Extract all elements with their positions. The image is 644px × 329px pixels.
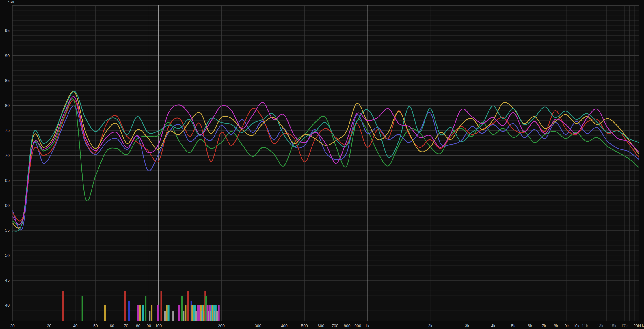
x-tick-label: 30 [47,324,52,328]
room-mode-bar-gray [172,311,174,321]
x-tick-label: 80 [136,324,141,328]
y-tick-label: 70 [5,153,10,158]
spl-graph-window: 9590858075706560555045402030405060708090… [0,0,644,329]
y-tick-label: 40 [5,303,10,308]
y-tick-label: 60 [5,203,10,208]
room-mode-bar-yellow [104,305,106,321]
room-mode-bar-green [82,296,83,321]
x-tick-label: 100 [155,324,162,328]
room-mode-bar-gray [149,311,150,321]
x-tick-label: 9k [565,324,569,328]
x-tick-label: 15k [610,324,617,328]
x-tick-label: 800 [344,324,351,328]
room-mode-bar-green [145,296,146,321]
x-tick-label: 90 [147,324,151,328]
room-mode-bar-cyan [168,305,170,321]
plot-area[interactable] [12,5,639,321]
x-tick-label: 2k [428,324,433,328]
y-tick-label: 85 [5,78,10,83]
room-mode-bar-gray [164,311,166,321]
room-mode-bar-magenta [178,305,180,321]
y-tick-label: 80 [5,103,10,108]
room-mode-bar-red [62,291,64,321]
x-tick-label: 4k [491,324,496,328]
x-tick-label: 11k [582,324,588,328]
x-tick-label: 600 [318,324,325,328]
x-tick-label: 900 [354,324,361,328]
x-tick-label: 5k [511,324,516,328]
x-tick-label: 7k [542,324,546,328]
room-mode-bar-yellow [185,305,186,321]
y-tick-label: 45 [5,278,10,283]
y-axis-title: SPL [8,0,15,4]
plot-background[interactable] [12,5,639,321]
x-tick-label: 20kHz [633,324,644,328]
room-mode-bar-cyan [142,305,144,321]
spl-frequency-response-chart[interactable]: 9590858075706560555045402030405060708090… [0,0,644,329]
room-mode-bar-red [124,291,126,321]
y-tick-label: 95 [5,28,10,33]
x-tick-label: 400 [281,324,288,328]
room-mode-bar-magenta [137,305,139,321]
x-tick-label: 60 [110,324,114,328]
room-mode-bar-blue [128,301,130,321]
y-tick-label: 75 [5,128,10,133]
room-mode-bar-yellow [139,305,141,321]
room-mode-bar-red [187,291,189,321]
x-tick-label: 70 [124,324,129,328]
room-mode-bar-magenta [197,305,199,321]
y-tick-label: 90 [5,53,10,58]
room-mode-bar-yellow [166,305,168,321]
room-mode-bar-magenta [157,305,159,321]
x-tick-label: 50 [93,324,98,328]
y-tick-label: 50 [5,253,10,258]
room-mode-bar-gray [183,311,184,321]
room-mode-bar-red [160,291,162,321]
x-tick-label: 40 [73,324,78,328]
x-tick-label: 1k [365,324,370,328]
x-tick-label: 200 [218,324,225,328]
x-tick-label: 500 [301,324,308,328]
x-tick-label: 20 [10,324,15,328]
y-tick-label: 65 [5,178,10,183]
room-mode-bar-yellow [151,305,152,321]
x-tick-label: 13k [597,324,604,328]
room-mode-bar-green [205,296,207,321]
y-tick-label: 55 [5,228,10,233]
x-tick-label: 17k [621,324,628,328]
x-tick-label: 6k [528,324,532,328]
x-tick-label: 10k [573,324,580,328]
x-tick-label: 8k [554,324,559,328]
x-tick-label: 3k [465,324,470,328]
room-mode-bar-magenta [218,305,220,321]
x-tick-label: 700 [332,324,338,328]
x-tick-label: 300 [255,324,262,328]
